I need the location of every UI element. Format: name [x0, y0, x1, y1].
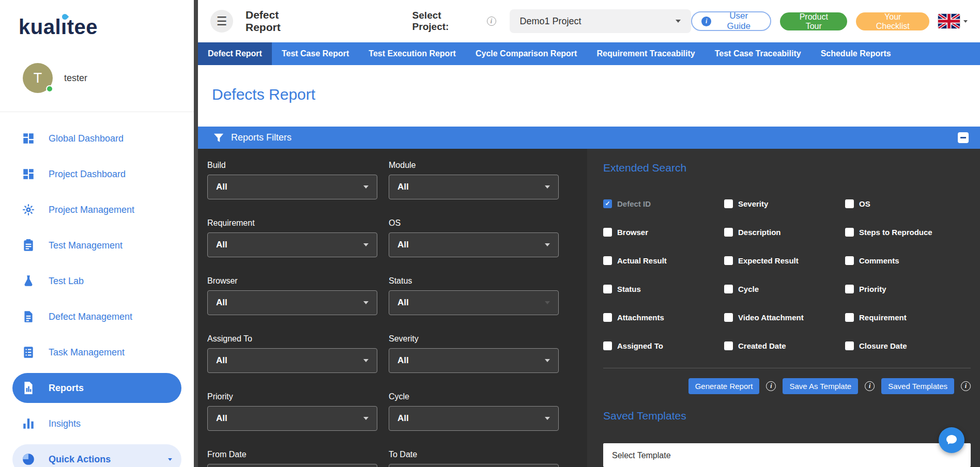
checkbox — [603, 341, 612, 350]
tab-test-execution-report[interactable]: Test Execution Report — [359, 42, 466, 65]
template-select[interactable]: Select Template — [603, 443, 971, 467]
checkbox — [845, 256, 854, 265]
extended-option-defect-id[interactable]: Defect ID — [603, 199, 724, 208]
extended-option-video-attachment[interactable]: Video Attachment — [724, 313, 845, 322]
user-block[interactable]: T tester — [23, 63, 194, 93]
field-priority: Priority All — [207, 392, 377, 431]
os-select[interactable]: All — [389, 232, 559, 257]
extended-option-browser[interactable]: Browser — [603, 227, 724, 237]
project-dashboard-icon — [21, 167, 36, 181]
checkbox-label: Video Attachment — [738, 313, 804, 322]
select-value: All — [397, 298, 409, 308]
extended-option-priority[interactable]: Priority — [845, 284, 971, 293]
sidebar-item-defect-management[interactable]: Defect Management — [12, 302, 181, 332]
requirement-select[interactable]: All — [207, 232, 377, 257]
language-selector[interactable] — [938, 14, 968, 28]
checkbox — [603, 199, 612, 208]
sidebar-item-global-dashboard[interactable]: Global Dashboard — [12, 123, 181, 153]
severity-select[interactable]: All — [389, 348, 559, 373]
extended-option-cycle[interactable]: Cycle — [724, 284, 845, 293]
extended-option-attachments[interactable]: Attachments — [603, 313, 724, 322]
field-label: Priority — [207, 392, 377, 401]
extended-option-steps-to-reproduce[interactable]: Steps to Reproduce — [845, 227, 971, 237]
filter-form: Build All Module All Requirement All OS … — [198, 149, 587, 467]
user-guide-button[interactable]: User Guide — [691, 11, 771, 31]
kualitee-logo[interactable]: kualıtee — [19, 15, 194, 38]
sidebar-item-test-lab[interactable]: Test Lab — [12, 266, 181, 296]
field-label: From Date — [207, 449, 377, 459]
sidebar-item-project-dashboard[interactable]: Project Dashboard — [12, 159, 181, 189]
from-date-input[interactable] — [207, 464, 377, 467]
sidebar-item-insights[interactable]: Insights — [12, 409, 181, 439]
extended-option-closure-date[interactable]: Closure Date — [845, 341, 971, 350]
sidebar-item-task-management[interactable]: Task Management — [12, 337, 181, 367]
browser-select[interactable]: All — [207, 290, 377, 315]
field-to-date: To Date — [389, 449, 559, 467]
tab-cycle-comparison-report[interactable]: Cycle Comparison Report — [466, 42, 587, 65]
save-as-template-info-icon[interactable] — [865, 381, 875, 391]
sidebar-item-label: Test Lab — [49, 276, 84, 287]
tab-test-case-report[interactable]: Test Case Report — [272, 42, 359, 65]
chat-widget-button[interactable] — [939, 427, 964, 453]
checkbox — [845, 285, 854, 293]
status-select[interactable]: All — [389, 290, 559, 315]
tab-test-case-traceability[interactable]: Test Case Traceability — [705, 42, 811, 65]
save-as-template-button[interactable]: Save As Template — [783, 378, 858, 394]
sidebar-item-project-management[interactable]: Project Management — [12, 195, 181, 225]
select-value: All — [216, 298, 227, 308]
checkbox-label: Requirement — [859, 313, 907, 322]
extended-option-expected-result[interactable]: Expected Result — [724, 256, 845, 265]
project-info-icon[interactable] — [487, 17, 496, 26]
extended-option-assigned-to[interactable]: Assigned To — [603, 341, 724, 350]
sidebar-item-label: Quick Actions — [49, 454, 111, 465]
extended-option-requirement[interactable]: Requirement — [845, 313, 971, 322]
saved-templates-button[interactable]: Saved Templates — [881, 378, 954, 394]
checkbox-label: Description — [738, 228, 781, 237]
field-label: Assigned To — [207, 334, 377, 344]
tab-requirement-traceability[interactable]: Requirement Traceability — [587, 42, 705, 65]
your-checklist-button[interactable]: Your Checklist — [856, 12, 929, 30]
field-assigned-to: Assigned To All — [207, 334, 377, 373]
sidebar-item-reports[interactable]: Reports — [12, 373, 181, 403]
global-dashboard-icon — [21, 131, 36, 146]
build-select[interactable]: All — [207, 175, 377, 199]
extended-option-description[interactable]: Description — [724, 227, 845, 237]
sidebar-divider — [0, 112, 194, 112]
assigned-to-select[interactable]: All — [207, 348, 377, 373]
extended-option-created-date[interactable]: Created Date — [724, 341, 845, 350]
tab-defect-report[interactable]: Defect Report — [198, 42, 272, 65]
priority-select[interactable]: All — [207, 406, 377, 431]
menu-toggle-button[interactable]: ☰ — [210, 10, 233, 33]
checkbox-label: Browser — [617, 228, 648, 237]
extended-option-actual-result[interactable]: Actual Result — [603, 256, 724, 265]
extended-option-comments[interactable]: Comments — [845, 256, 971, 265]
collapse-filters-button[interactable] — [958, 132, 969, 143]
extended-option-severity[interactable]: Severity — [724, 199, 845, 208]
module-select[interactable]: All — [389, 175, 559, 199]
generate-report-info-icon[interactable] — [766, 381, 776, 391]
to-date-input[interactable] — [389, 464, 559, 467]
extended-option-status[interactable]: Status — [603, 284, 724, 293]
cycle-select[interactable]: All — [389, 406, 559, 431]
sidebar-item-quick-actions[interactable]: Quick Actions — [12, 444, 181, 467]
sidebar-scrollbar[interactable] — [194, 0, 198, 467]
product-tour-button[interactable]: Product Tour — [780, 12, 847, 30]
select-value: All — [216, 413, 227, 424]
chevron-down-icon — [363, 185, 369, 189]
field-label: Requirement — [207, 218, 377, 228]
sidebar-item-test-management[interactable]: Test Management — [12, 230, 181, 260]
checkbox-label: Severity — [738, 199, 768, 208]
field-label: Severity — [389, 334, 559, 344]
project-select[interactable]: Demo1 Project — [510, 9, 692, 33]
saved-templates-info-icon[interactable] — [961, 381, 971, 391]
saved-templates-title: Saved Templates — [603, 409, 971, 422]
generate-report-button[interactable]: Generate Report — [688, 378, 760, 394]
info-icon — [701, 17, 711, 26]
extended-option-os[interactable]: OS — [845, 199, 971, 208]
chevron-down-icon — [363, 417, 369, 420]
tab-schedule-reports[interactable]: Schedule Reports — [811, 42, 901, 65]
sidebar: kualıtee T tester Global Dashboard Proje… — [0, 0, 194, 467]
select-value: All — [397, 413, 409, 424]
checkbox — [845, 341, 854, 350]
page-title: Defects Report — [212, 86, 980, 103]
